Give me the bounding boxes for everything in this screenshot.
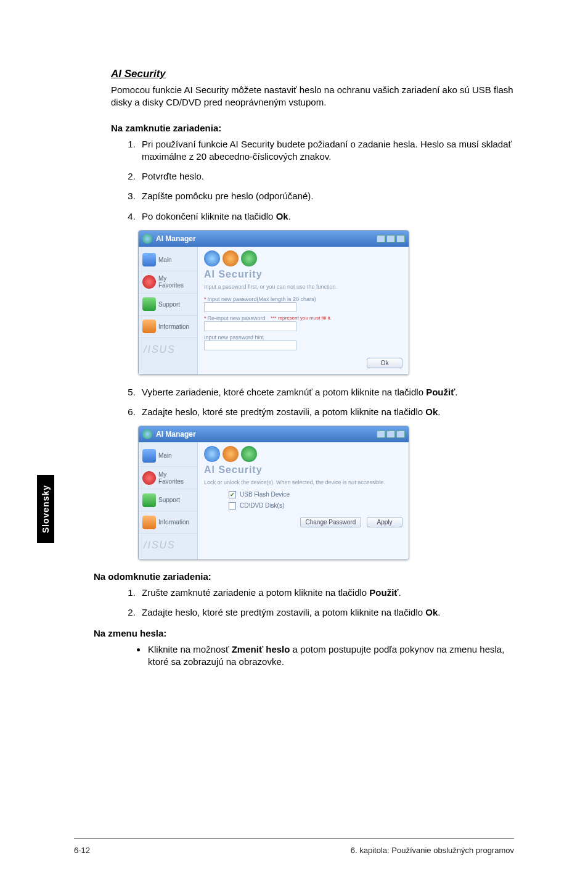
sidebar-label-support: Support	[158, 301, 180, 308]
footer-divider	[74, 838, 514, 839]
field-label-reinput-password: Re-input new password	[208, 315, 266, 321]
lock-step-6-b: Ok	[425, 406, 438, 417]
unlock-heading: Na odomknutie zariadenia:	[94, 571, 514, 582]
sidebar-item-favorites[interactable]: My Favorites	[139, 271, 197, 294]
lock-step-2: Potvrďte heslo.	[138, 170, 514, 183]
screenshot-2: AI Manager Main My Favorites Support Inf…	[138, 426, 514, 560]
sidebar-label-information: Information	[158, 323, 189, 330]
titlebar: AI Manager	[139, 231, 409, 247]
device-row-cd[interactable]: CD\DVD Disk(s)	[229, 502, 402, 510]
sidebar-label-favorites: My Favorites	[158, 275, 194, 289]
main-panel-2: AI Security Lock or unlock the device(s)…	[198, 442, 409, 559]
app-logo-icon	[142, 234, 152, 244]
lock-step-4-c: .	[288, 211, 291, 221]
unlock-step-1: Zrušte zamknuté zariadenie a potom klikn…	[138, 587, 514, 599]
sidebar-item-main[interactable]: Main	[139, 249, 197, 271]
info-icon	[142, 516, 156, 529]
sidebar-item-information[interactable]: Information	[139, 316, 197, 338]
unlock-step-1-c: .	[399, 587, 401, 598]
unlock-step-1-a: Zrušte zamknuté zariadenie a potom klikn…	[142, 587, 369, 598]
support-icon	[142, 493, 156, 507]
checkbox-usb-icon[interactable]: ✔	[229, 491, 236, 498]
form-row-2: *Re-input new password *** represent you…	[204, 315, 402, 331]
lock-step-6-a: Zadajte heslo, ktoré ste predtým zostavi…	[142, 406, 425, 417]
required-hint: *** represent you must fill it.	[271, 315, 331, 321]
tool-icon-2[interactable]	[223, 446, 239, 462]
unlock-step-2: Zadajte heslo, ktoré ste predtým zostavi…	[138, 606, 514, 619]
new-password-input[interactable]	[204, 302, 296, 312]
tool-icon-2[interactable]	[223, 250, 239, 266]
device-label-usb: USB Flash Device	[240, 491, 290, 498]
sidebar-label-favorites: My Favorites	[158, 471, 194, 485]
footer-page-number: 6-12	[74, 846, 90, 855]
sidebar-label-support: Support	[158, 497, 180, 503]
panel-subtitle: Input a password first, or you can not u…	[204, 284, 402, 291]
unlock-step-2-b: Ok	[425, 607, 438, 617]
section-title: AI Security	[111, 68, 514, 80]
change-password-button[interactable]: Change Password	[300, 517, 362, 527]
lock-step-3: Zapíšte pomôcku pre heslo (odporúčané).	[138, 190, 514, 202]
change-bullet: Kliknite na možnosť Zmeniť heslo a potom…	[147, 643, 514, 669]
sidebar-label-main: Main	[158, 257, 172, 263]
confirm-password-input[interactable]	[204, 321, 296, 331]
sidebar-item-favorites[interactable]: My Favorites	[139, 467, 197, 489]
lock-step-6: Zadajte heslo, ktoré ste predtým zostavi…	[138, 406, 514, 418]
app-window-1: AI Manager Main My Favorites Support Inf…	[138, 230, 409, 375]
maximize-icon[interactable]	[386, 431, 395, 438]
apply-button[interactable]: Apply	[367, 517, 402, 527]
unlock-step-1-b: Použiť	[369, 587, 398, 598]
toolbar-icons	[204, 250, 402, 266]
close-icon[interactable]	[396, 431, 405, 438]
side-language-label: Slovensky	[41, 485, 51, 533]
info-icon	[142, 320, 156, 333]
sidebar-item-information[interactable]: Information	[139, 511, 197, 534]
form-row-3: Input new password hint	[204, 334, 402, 350]
lock-step-5: Vyberte zariadenie, ktoré chcete zamknúť…	[138, 386, 514, 398]
monitor-icon	[142, 253, 156, 266]
lock-step-5-a: Vyberte zariadenie, ktoré chcete zamknúť…	[142, 387, 426, 397]
lock-step-4: Po dokončení kliknite na tlačidlo Ok.	[138, 210, 514, 223]
tool-icon-1[interactable]	[204, 446, 220, 462]
minimize-icon[interactable]	[377, 431, 385, 438]
unlock-steps: Zrušte zamknuté zariadenie a potom klikn…	[111, 587, 514, 619]
sidebar-item-support[interactable]: Support	[139, 489, 197, 511]
support-icon	[142, 297, 156, 311]
device-label-cd: CD\DVD Disk(s)	[240, 502, 284, 509]
lock-step-6-c: .	[438, 406, 440, 417]
lock-heading: Na zamknutie zariadenia:	[111, 123, 514, 133]
ok-button[interactable]: Ok	[367, 358, 402, 368]
unlock-step-2-c: .	[438, 607, 440, 617]
checkbox-cd-icon[interactable]	[229, 502, 236, 510]
change-bullet-b: Zmeniť heslo	[232, 644, 290, 654]
sidebar-item-support[interactable]: Support	[139, 294, 197, 316]
tool-icon-3[interactable]	[241, 250, 257, 266]
favorites-icon	[142, 471, 156, 485]
minimize-icon[interactable]	[377, 235, 385, 242]
panel-title-2: AI Security	[204, 464, 402, 476]
tool-icon-1[interactable]	[204, 250, 220, 266]
sidebar-item-main[interactable]: Main	[139, 445, 197, 467]
tool-icon-3[interactable]	[241, 446, 257, 462]
lock-step-5-b: Použiť	[426, 387, 455, 397]
lock-step-5-c: .	[455, 387, 457, 397]
password-hint-input[interactable]	[204, 340, 296, 350]
device-row-usb[interactable]: ✔ USB Flash Device	[229, 491, 402, 498]
panel-title: AI Security	[204, 269, 402, 280]
app-window-2: AI Manager Main My Favorites Support Inf…	[138, 426, 409, 560]
sidebar-2: Main My Favorites Support Information /I…	[139, 442, 198, 559]
unlock-step-2-a: Zadajte heslo, ktoré ste predtým zostavi…	[142, 607, 425, 617]
app-title: AI Manager	[156, 234, 196, 243]
change-heading: Na zmenu hesla:	[94, 628, 514, 638]
field-label-password-hint: Input new password hint	[204, 334, 264, 340]
maximize-icon[interactable]	[386, 235, 395, 242]
field-label-new-password: Input new password(Max length is 20 char…	[208, 296, 316, 302]
close-icon[interactable]	[396, 235, 405, 242]
panel-subtitle-2: Lock or unlock the device(s). When selec…	[204, 479, 402, 486]
form-row-1: *Input new password(Max length is 20 cha…	[204, 295, 402, 312]
footer-chapter: 6. kapitola: Používanie obslužných progr…	[351, 846, 514, 855]
screenshot-1: AI Manager Main My Favorites Support Inf…	[138, 230, 514, 375]
brand-logo: /ISUS	[139, 338, 197, 361]
toolbar-icons-2	[204, 446, 402, 462]
change-bullet-a: Kliknite na možnosť	[148, 644, 232, 654]
app-title-2: AI Manager	[156, 430, 196, 439]
